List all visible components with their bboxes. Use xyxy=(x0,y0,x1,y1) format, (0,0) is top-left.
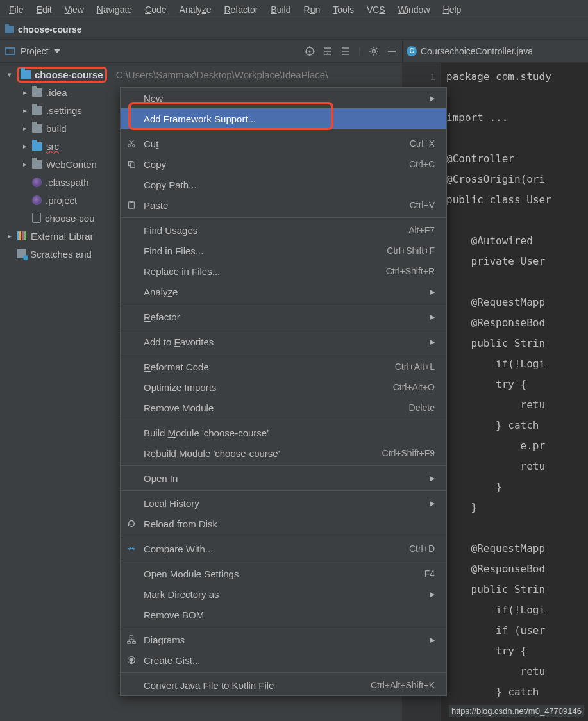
gear-icon[interactable] xyxy=(369,46,379,56)
submenu-arrow-icon: ▶ xyxy=(430,338,435,346)
menu-item-label: Remove Module xyxy=(144,402,214,413)
menu-separator xyxy=(121,672,446,673)
menubar: File Edit View Navigate Code Analyze Ref… xyxy=(0,0,588,19)
menu-shortcut: Ctrl+Shift+F xyxy=(387,245,435,256)
menu-item-remove-module[interactable]: Remove ModuleDelete xyxy=(121,397,446,418)
menu-build[interactable]: Build xyxy=(264,2,297,17)
menu-item-reformat-code[interactable]: Reformat CodeCtrl+Alt+L xyxy=(121,356,446,377)
breadcrumb-project[interactable]: choose-course xyxy=(18,24,82,35)
menu-item-label: Local History xyxy=(144,498,199,509)
menu-view[interactable]: View xyxy=(58,2,90,17)
collapse-icon[interactable] xyxy=(340,46,351,56)
folder-icon xyxy=(32,124,42,133)
menu-item-compare-with[interactable]: Compare With...Ctrl+D xyxy=(121,538,446,559)
menu-item-remove-bom[interactable]: Remove BOM xyxy=(121,604,446,625)
menu-item-open-module-settings[interactable]: Open Module SettingsF4 xyxy=(121,563,446,584)
menu-shortcut: Ctrl+C xyxy=(409,159,435,169)
expand-arrow-icon[interactable] xyxy=(22,124,28,133)
node-label: Scratches and xyxy=(30,249,92,260)
eclipse-icon xyxy=(32,178,42,187)
menu-analyze[interactable]: Analyze xyxy=(173,2,218,17)
menu-item-paste[interactable]: PasteCtrl+V xyxy=(121,195,446,215)
hide-icon[interactable] xyxy=(387,46,397,56)
expand-arrow-icon[interactable] xyxy=(22,88,28,97)
target-icon[interactable] xyxy=(305,46,315,56)
expand-arrow-icon[interactable] xyxy=(22,106,28,115)
svg-rect-11 xyxy=(133,642,135,644)
node-label: choose-cou xyxy=(45,213,95,224)
menu-item-add-framework-support[interactable]: Add Framework Support... xyxy=(121,108,446,129)
menu-vcs[interactable]: VCS xyxy=(360,2,392,17)
menu-item-rebuild-module-choose-course[interactable]: Rebuild Module 'choose-course'Ctrl+Shift… xyxy=(121,443,446,463)
menu-run[interactable]: Run xyxy=(298,2,327,17)
menu-item-find-usages[interactable]: Find UsagesAlt+F7 xyxy=(121,220,446,240)
menu-refactor[interactable]: Refactor xyxy=(217,2,264,17)
menu-item-cut[interactable]: CutCtrl+X xyxy=(121,133,446,154)
svg-point-4 xyxy=(133,145,135,147)
menu-shortcut: Ctrl+X xyxy=(410,138,435,149)
menu-item-local-history[interactable]: Local History▶ xyxy=(121,493,446,513)
menu-item-diagrams[interactable]: Diagrams▶ xyxy=(121,629,446,650)
menu-tools[interactable]: Tools xyxy=(326,2,360,17)
folder-icon xyxy=(21,70,31,79)
scratch-icon xyxy=(17,249,26,258)
menu-navigate[interactable]: Navigate xyxy=(90,2,139,17)
expand-arrow-icon[interactable] xyxy=(22,160,28,169)
expand-arrow-icon[interactable] xyxy=(22,142,28,151)
menu-item-replace-in-files[interactable]: Replace in Files...Ctrl+Shift+R xyxy=(121,261,446,281)
menu-edit[interactable]: Edit xyxy=(30,2,58,17)
submenu-arrow-icon: ▶ xyxy=(430,313,435,321)
tree-root[interactable]: choose-course C:\Users\Sammax\Desktop\Wo… xyxy=(0,65,402,83)
svg-rect-8 xyxy=(130,201,133,203)
menu-item-label: Copy Path... xyxy=(144,179,197,190)
file-icon xyxy=(32,213,41,223)
menu-item-label: New xyxy=(144,93,163,104)
menu-separator xyxy=(121,465,446,466)
menu-code[interactable]: Code xyxy=(139,2,172,17)
menu-item-open-in[interactable]: Open In▶ xyxy=(121,468,446,488)
menu-file[interactable]: File xyxy=(3,2,30,17)
node-label: .idea xyxy=(46,87,67,98)
menu-item-reload-from-disk[interactable]: Reload from Disk xyxy=(121,513,446,534)
menu-item-mark-directory-as[interactable]: Mark Directory as▶ xyxy=(121,584,446,604)
menu-item-build-module-choose-course[interactable]: Build Module 'choose-course' xyxy=(121,422,446,443)
menu-item-optimize-imports[interactable]: Optimize ImportsCtrl+Alt+O xyxy=(121,377,446,397)
menu-shortcut: Ctrl+Alt+L xyxy=(395,361,435,372)
chevron-down-icon[interactable] xyxy=(54,49,60,53)
node-label: .settings xyxy=(46,105,82,116)
expand-arrow-icon[interactable] xyxy=(6,232,13,240)
menu-help[interactable]: Help xyxy=(437,2,468,17)
github-icon xyxy=(126,654,137,666)
cut-icon xyxy=(126,138,137,149)
menu-separator xyxy=(121,561,446,561)
menu-item-label: Cut xyxy=(144,138,158,149)
menu-item-refactor[interactable]: Refactor▶ xyxy=(121,306,446,327)
copy-icon xyxy=(126,158,137,170)
menu-window[interactable]: Window xyxy=(392,2,437,17)
view-mode-label[interactable]: Project xyxy=(21,46,49,56)
folder-icon xyxy=(32,142,42,151)
editor-code[interactable]: package com.study import ... @Controller… xyxy=(441,63,551,721)
menu-item-label: Add Framework Support... xyxy=(144,113,256,124)
menu-item-add-to-favorites[interactable]: Add to Favorites▶ xyxy=(121,331,446,352)
menu-separator xyxy=(121,536,446,536)
compare-icon xyxy=(126,543,137,554)
submenu-arrow-icon: ▶ xyxy=(430,288,435,296)
java-class-icon: C xyxy=(407,46,417,56)
expand-arrow-icon[interactable] xyxy=(6,70,13,79)
menu-item-find-in-files[interactable]: Find in Files...Ctrl+Shift+F xyxy=(121,240,446,261)
menu-item-copy-path[interactable]: Copy Path... xyxy=(121,174,446,195)
node-label: .project xyxy=(46,195,77,206)
expand-icon[interactable] xyxy=(323,46,333,56)
svg-point-2 xyxy=(373,49,376,53)
menu-item-convert-java-file-to-kotlin-file[interactable]: Convert Java File to Kotlin FileCtrl+Alt… xyxy=(121,675,446,695)
menu-item-analyze[interactable]: Analyze▶ xyxy=(121,281,446,302)
node-label: WebConten xyxy=(46,159,97,170)
menu-item-create-gist[interactable]: Create Gist... xyxy=(121,650,446,670)
menu-item-label: Find Usages xyxy=(144,225,197,236)
menu-item-label: Analyze xyxy=(144,286,178,297)
menu-item-copy[interactable]: CopyCtrl+C xyxy=(121,154,446,174)
library-icon xyxy=(17,231,27,240)
menu-item-new[interactable]: New▶ xyxy=(121,88,446,108)
editor-tab[interactable]: CoursechoiceController.java xyxy=(421,46,533,56)
